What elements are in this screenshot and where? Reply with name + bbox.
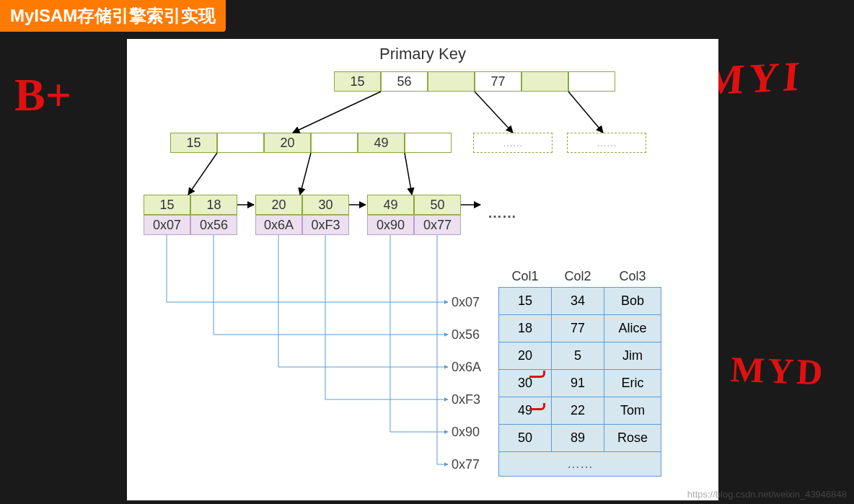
mid-cell-1 — [217, 133, 264, 153]
page-title-text: MyISAM存储引擎索引实现 — [10, 6, 216, 25]
table-header-col3: Col3 — [604, 266, 661, 288]
leaf-addr-2: 0x6A — [255, 215, 302, 235]
svg-line-0 — [293, 92, 381, 133]
leaf-addr-5: 0x77 — [414, 215, 461, 235]
leaf-addr-0: 0x07 — [144, 215, 190, 235]
root-cell-1: 56 — [381, 71, 428, 92]
root-cell-3: 77 — [475, 71, 521, 92]
table-row: 4922Tom — [499, 397, 661, 425]
mid-cell-2: 20 — [264, 133, 311, 153]
red-mark-30 — [529, 403, 545, 410]
leaf-key-2: 20 — [255, 195, 302, 215]
mid-cell-4: 49 — [358, 133, 405, 153]
ghost-node-0: …… — [473, 133, 553, 153]
table-header-col1: Col1 — [499, 266, 552, 288]
table-row: 1877Alice — [499, 315, 661, 342]
addr-label-5: 0x77 — [452, 457, 480, 472]
svg-line-5 — [405, 153, 412, 195]
svg-line-1 — [475, 92, 513, 133]
leaf-key-3: 30 — [302, 195, 349, 215]
table-row: 3091Eric — [499, 370, 661, 397]
root-cell-4 — [521, 71, 568, 92]
leaf-key-4: 49 — [367, 195, 414, 215]
red-mark-20 — [529, 371, 545, 378]
addr-label-1: 0x56 — [452, 327, 480, 342]
leaf-ellipsis-dots: …… — [488, 205, 516, 221]
addr-label-2: 0x6A — [452, 360, 481, 375]
leaf-key-5: 50 — [414, 195, 461, 215]
watermark-text: https://blog.csdn.net/weixin_43946848 — [687, 489, 847, 500]
data-table: Col1 Col2 Col3 1534Bob 1877Alice 205Jim … — [498, 266, 661, 477]
svg-line-4 — [300, 153, 311, 195]
addr-label-3: 0xF3 — [452, 392, 480, 407]
leaf-addr-3: 0xF3 — [302, 215, 349, 235]
mid-cell-3 — [311, 133, 358, 153]
root-cell-5 — [568, 71, 615, 92]
svg-line-3 — [188, 153, 217, 195]
table-row: 5089Rose — [499, 425, 661, 452]
root-cell-2 — [428, 71, 475, 92]
svg-line-2 — [568, 92, 603, 133]
leaf-addr-1: 0x56 — [190, 215, 237, 235]
table-row-ellipsis: …… — [499, 452, 661, 477]
addr-label-0: 0x07 — [452, 295, 480, 310]
addr-label-4: 0x90 — [452, 425, 480, 440]
leaf-key-1: 18 — [190, 195, 237, 215]
ghost-node-1: …… — [567, 133, 646, 153]
table-header-row: Col1 Col2 Col3 — [499, 266, 661, 288]
section-title: Primary Key — [127, 45, 718, 63]
mid-cell-5 — [405, 133, 452, 153]
mid-cell-0: 15 — [170, 133, 217, 153]
root-cell-0: 15 — [334, 71, 381, 92]
table-row: 205Jim — [499, 342, 661, 370]
table-row: 1534Bob — [499, 288, 661, 315]
annotation-bplus: B+ — [14, 68, 71, 122]
page-title-badge: MyISAM存储引擎索引实现 — [0, 0, 226, 32]
annotation-myd: MYD — [729, 348, 826, 394]
leaf-key-0: 15 — [144, 195, 190, 215]
leaf-addr-4: 0x90 — [367, 215, 414, 235]
table-header-col2: Col2 — [552, 266, 604, 288]
diagram-canvas: Primary Key 15 56 77 15 20 49 …… …… 15 1… — [127, 39, 718, 500]
